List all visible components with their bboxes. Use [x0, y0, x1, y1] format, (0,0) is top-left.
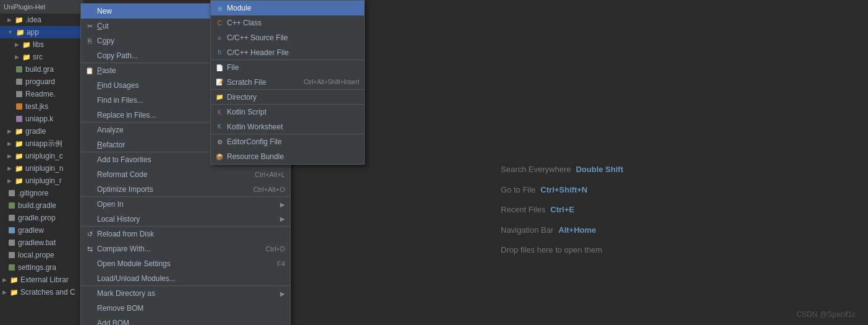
tree-item-uniapp[interactable]: uniapp.k — [0, 113, 83, 125]
tree-item-gradle-prop[interactable]: gradle.prop — [0, 212, 83, 224]
context-menu-item-reload[interactable]: ↺ Reload from Disk — [81, 227, 290, 241]
tree-label: gradle — [25, 127, 46, 136]
tree-item-gradlew[interactable]: gradlew — [0, 224, 83, 236]
file-icon — [15, 102, 23, 111]
tree-label: uniapp.k — [25, 115, 53, 123]
file-icon — [15, 90, 23, 98]
bundle-icon: 📦 — [215, 152, 224, 162]
hint-key: Double Shift — [576, 161, 623, 179]
menu-item-label: Optimize Imports — [97, 185, 241, 194]
menu-item-label: Reformat Code — [97, 170, 242, 179]
submenu-item-cpp-src[interactable]: ≡ C/C++ Source File — [211, 30, 364, 45]
submenu-item-editorconfig[interactable]: ⚙ EditorConfig File — [211, 134, 364, 149]
tree-item-gradlew-bat[interactable]: gradlew.bat — [0, 236, 83, 249]
tree-item-testjks[interactable]: test.jks — [0, 100, 83, 113]
context-menu-item-add-bom[interactable]: Add BOM — [81, 316, 290, 325]
tree-item-app[interactable]: ▼ 📁 app — [0, 26, 83, 38]
hint-recent-files: Recent Files Ctrl+E — [501, 201, 623, 219]
tree-item-proguard[interactable]: proguard — [0, 76, 83, 88]
tree-item-gitignore[interactable]: .gitignore — [0, 187, 83, 199]
file-icon — [15, 65, 23, 74]
context-menu-item-reformat[interactable]: Reformat Code Ctrl+Alt+L — [81, 167, 290, 182]
submenu-item-label: File — [227, 63, 359, 72]
tree-item-idea[interactable]: ▶ 📁 .idea — [0, 14, 83, 26]
arrow-icon: ▶ — [2, 277, 7, 283]
hint-text: Navigation Bar — [501, 222, 553, 240]
submenu-item-label: Module — [227, 4, 359, 12]
submenu-item-module[interactable]: ▣ Module — [211, 1, 364, 15]
compare-icon: ⇆ — [85, 244, 95, 254]
tree-label: uniplugin_n — [25, 164, 63, 173]
tree-item-uniplugin-r[interactable]: ▶ 📁 uniplugin_r — [0, 175, 83, 187]
tree-label: Readme. — [25, 90, 56, 98]
context-menu-item-optimize-imports[interactable]: Optimize Imports Ctrl+Alt+O — [81, 182, 290, 197]
worksheet-icon: K — [215, 122, 224, 132]
tree-label: .gitignore — [18, 189, 48, 197]
tree-label: local.prope — [18, 251, 54, 259]
shortcut-label: Ctrl+D — [266, 245, 285, 253]
shortcut-label: Ctrl+Alt+Shift+Insert — [304, 79, 359, 85]
tree-item-uniapp-demo[interactable]: ▶ 📁 uniapp示例 — [0, 137, 83, 150]
tree-label: libs — [33, 40, 44, 49]
arrow-icon: ▶ — [7, 153, 12, 159]
folder-icon: 📁 — [15, 164, 23, 173]
arrow-icon: ▶ — [7, 17, 12, 23]
folder-icon: 📁 — [15, 127, 23, 136]
context-menu-item-open-in[interactable]: Open In ▶ — [81, 197, 290, 212]
arrow-icon: ▶ — [15, 54, 19, 60]
tree-item-libs[interactable]: ▶ 📁 libs — [0, 38, 83, 51]
tree-item-src[interactable]: ▶ 📁 src — [0, 51, 83, 63]
folder-icon: 📁 — [15, 139, 23, 148]
context-menu-item-module-settings[interactable]: Open Module Settings F4 — [81, 256, 290, 271]
submenu-item-cpp-hdr[interactable]: h C/C++ Header File — [211, 45, 364, 60]
file-icon — [7, 201, 16, 210]
submenu-item-label: Scratch File — [227, 78, 304, 87]
context-menu-item-compare[interactable]: ⇆ Compare With... Ctrl+D — [81, 241, 290, 256]
context-menu-item-remove-bom[interactable]: Remove BOM — [81, 301, 290, 316]
tree-item-uniplugin-c[interactable]: ▶ 📁 uniplugin_c — [0, 150, 83, 162]
context-menu-item-load-modules[interactable]: Load/Unload Modules... — [81, 271, 290, 286]
menu-item-label: Local History — [97, 215, 280, 223]
file-icon — [7, 238, 16, 247]
hint-navigation-bar: Navigation Bar Alt+Home — [501, 222, 623, 240]
hint-go-to-file: Go to File Ctrl+Shift+N — [501, 181, 623, 199]
context-menu-item-local-history[interactable]: Local History ▶ — [81, 212, 290, 227]
arrow-icon: ▶ — [15, 41, 19, 48]
submenu-arrow-icon: ▶ — [280, 215, 285, 222]
tree-label: app — [27, 28, 39, 37]
hint-search-everywhere: Search Everywhere Double Shift — [501, 161, 623, 179]
menu-item-label: Add BOM — [97, 319, 285, 326]
submenu-item-file[interactable]: 📄 File — [211, 60, 364, 75]
submenu-item-directory[interactable]: 📁 Directory — [211, 90, 364, 105]
tree-item-build-gra[interactable]: build.gra — [0, 63, 83, 76]
submenu-item-resource-bundle[interactable]: 📦 Resource Bundle — [211, 149, 364, 164]
tree-item-uniplugin-n[interactable]: ▶ 📁 uniplugin_n — [0, 162, 83, 175]
shortcut-label: F4 — [277, 260, 285, 267]
tree-item-gradle[interactable]: ▶ 📁 gradle — [0, 125, 83, 137]
submenu-item-kotlin-script[interactable]: K Kotlin Script — [211, 105, 364, 119]
tree-label: settings.gra — [18, 263, 56, 272]
tree-item-external-libs[interactable]: ▶ 📁 External Librar — [0, 274, 83, 286]
arrow-icon: ▶ — [2, 289, 7, 295]
menu-item-label: Reload from Disk — [97, 230, 285, 238]
tree-item-scratches[interactable]: ▶ 📁 Scratches and C — [0, 286, 83, 298]
submenu-item-scratch[interactable]: 📝 Scratch File Ctrl+Alt+Shift+Insert — [211, 75, 364, 90]
copy-icon: ⎘ — [85, 36, 95, 46]
hint-key: Alt+Home — [558, 222, 596, 240]
context-menu-item-mark-directory[interactable]: Mark Directory as ▶ — [81, 286, 290, 301]
submenu-item-kotlin-worksheet[interactable]: K Kotlin Worksheet — [211, 119, 364, 134]
submenu-item-cpp-class[interactable]: C C++ Class — [211, 15, 364, 30]
tree-item-local-prop[interactable]: local.prope — [0, 249, 83, 261]
tree-item-readme[interactable]: Readme. — [0, 88, 83, 100]
tree-item-build-gradle[interactable]: build.gradle — [0, 199, 83, 212]
tree-label: uniapp示例 — [25, 139, 62, 149]
file-icon — [7, 189, 16, 197]
cpp-src-icon: ≡ — [215, 33, 224, 43]
menu-item-label: Open In — [97, 200, 280, 209]
reload-icon: ↺ — [85, 229, 95, 239]
hint-key: Ctrl+E — [550, 201, 574, 219]
watermark: CSDN @Specif1c — [796, 310, 856, 319]
submenu-item-label: Kotlin Worksheet — [227, 123, 359, 131]
tree-item-settings-gra[interactable]: settings.gra — [0, 261, 83, 274]
folder-icon: 📁 — [22, 53, 31, 61]
